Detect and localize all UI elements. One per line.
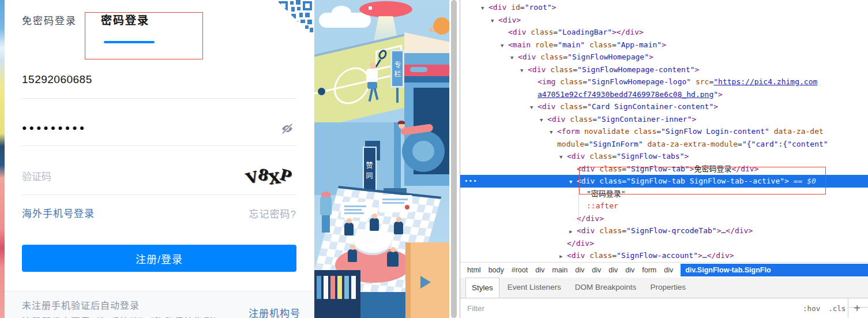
dom-tree-line[interactable]: ▶<div class="SignFlow-qrcodeTab">…</div> xyxy=(460,225,868,237)
expand-arrow-closed-icon[interactable]: ▶ xyxy=(559,250,567,262)
left-illustration-sliver xyxy=(0,0,5,318)
expand-arrow-open-icon[interactable]: ▼ xyxy=(550,126,557,139)
person xyxy=(370,218,379,231)
page-scrollbar[interactable] xyxy=(449,0,460,318)
dom-tree: ▼<div id="root">▼<div><div class="Loadin… xyxy=(460,0,868,262)
dom-tree-line[interactable]: </div> xyxy=(460,237,868,250)
flag-sign: 赞同 xyxy=(363,147,377,193)
styles-filter-row: Filter :hov .cls + xyxy=(460,298,868,318)
overseas-phone-login-link[interactable]: 海外手机号登录 xyxy=(22,205,95,220)
devtools-tab-event-listeners[interactable]: Event Listeners xyxy=(502,278,567,298)
dom-tree-line[interactable]: ▼<div class="SignFlowHomepage-content"> xyxy=(460,63,868,76)
person xyxy=(387,252,399,267)
captcha-image[interactable]: V8XP xyxy=(238,163,299,189)
breadcrumb-item[interactable]: html xyxy=(467,266,481,274)
toggle-classes-button[interactable]: .cls xyxy=(828,304,846,313)
dom-tree-line[interactable]: ▼<div id="root"> xyxy=(460,1,868,14)
dom-tree-line[interactable]: </div> xyxy=(460,212,868,225)
eye-off-icon xyxy=(280,122,294,136)
dom-tree-line[interactable]: ::after xyxy=(460,200,868,212)
breadcrumb-item[interactable]: body xyxy=(489,266,504,274)
footer-agreement: 注册即代表同意《知乎协议》《隐私保护指引》 xyxy=(22,314,223,318)
divider xyxy=(22,98,296,99)
breadcrumb-item-selected[interactable]: div.SignFlow-tab.SignFlo xyxy=(681,264,868,276)
dom-tree-line[interactable]: ▼<div class="Card SignContainer-content"… xyxy=(460,100,868,113)
ufo-icon xyxy=(359,1,412,17)
expand-arrow-open-icon[interactable]: ▼ xyxy=(530,102,538,114)
qr-login-corner[interactable] xyxy=(276,0,314,38)
toggle-hover-state-button[interactable]: :hov xyxy=(803,304,820,313)
divider xyxy=(848,298,848,318)
expand-arrow-open-icon[interactable]: ▼ xyxy=(501,40,508,53)
forgot-password-link[interactable]: 忘记密码? xyxy=(249,206,296,220)
breadcrumb-item[interactable]: div xyxy=(664,266,673,274)
dom-tree-line[interactable]: ▼<div class="SignContainer-inner"> xyxy=(460,113,868,126)
divider xyxy=(22,194,296,195)
dom-tree-line[interactable]: module="SignInForm" data-za-extra-module… xyxy=(460,138,868,151)
footer-note: 未注册手机验证后自动登录 xyxy=(22,298,140,312)
qr-code-icon xyxy=(276,0,314,38)
dom-tree-line[interactable]: ▶<div class="SignFlow-account">…</div> xyxy=(460,249,868,262)
expand-arrow-open-icon[interactable]: ▼ xyxy=(569,176,577,189)
styles-filter-input[interactable]: Filter xyxy=(467,304,803,313)
expand-arrow-open-icon[interactable]: ▼ xyxy=(540,114,547,127)
expand-arrow-open-icon[interactable]: ▼ xyxy=(491,15,498,28)
dom-tree-line[interactable]: "密码登录" xyxy=(460,188,868,200)
expand-arrow-open-icon[interactable]: ▼ xyxy=(481,2,489,15)
dom-tree-line[interactable]: ▼<form novalidate class="SignFlow Login-… xyxy=(460,125,868,138)
breadcrumb-item[interactable]: div xyxy=(608,266,618,274)
breadcrumb-item[interactable]: div xyxy=(575,266,584,274)
devtools-tab-styles[interactable]: Styles xyxy=(465,278,499,298)
register-login-button[interactable]: 注册/登录 xyxy=(22,245,296,272)
dom-tree-line[interactable]: a47051e92cf74930bedd7469978e6c08_hd.png"… xyxy=(460,88,868,101)
dom-tree-line[interactable]: <img class="SignFlowHomepage-logo" src="… xyxy=(460,76,868,88)
devtools-tab-properties[interactable]: Properties xyxy=(644,278,692,298)
active-tab-underline xyxy=(104,41,155,43)
scrollbar-thumb[interactable] xyxy=(451,0,457,318)
expand-arrow-open-icon[interactable]: ▼ xyxy=(510,52,518,65)
expand-arrow-open-icon[interactable]: ▼ xyxy=(520,65,528,77)
selected-line-gutter-dots: ••• xyxy=(464,175,478,188)
breadcrumb-item[interactable]: main xyxy=(552,266,568,274)
breadcrumb-item[interactable]: form xyxy=(642,266,656,274)
divider xyxy=(22,145,296,146)
screen: 免密码登录 密码登录 15292060685 ●●●●●●●●● 验证码 V8X… xyxy=(0,0,868,318)
breadcrumb-item[interactable]: #root xyxy=(512,266,528,274)
dom-tree-line[interactable]: ▼<main role="main" class="App-main"> xyxy=(460,39,868,51)
speech-bubble xyxy=(341,202,371,218)
person xyxy=(344,223,354,235)
expand-arrow-open-icon[interactable]: ▼ xyxy=(559,151,567,164)
breadcrumb-item[interactable]: div xyxy=(592,266,601,274)
register-org-link[interactable]: 注册机构号 xyxy=(249,305,300,318)
devtools-tab-dom-breakpoints[interactable]: DOM Breakpoints xyxy=(569,278,642,298)
new-style-rule-button[interactable]: + xyxy=(854,302,861,315)
breadcrumb: htmlbody#rootdivmaindivdivdivdivformdivd… xyxy=(460,262,868,278)
column-sign: 专栏 xyxy=(390,50,404,88)
dom-tree-line[interactable]: <div class="SignFlow-tab">免密码登录</div> xyxy=(460,163,868,175)
login-tabs: 免密码登录 密码登录 xyxy=(22,12,149,27)
illustration: 专栏 赞同 xyxy=(314,0,449,318)
dotted-edge xyxy=(850,307,868,308)
dom-tree-line[interactable]: ▼<div> xyxy=(460,14,868,27)
expand-arrow-closed-icon[interactable]: ▶ xyxy=(569,226,577,238)
tennis-player xyxy=(370,62,376,69)
dom-tree-line[interactable]: ▼<div class="SignFlow-tabs"> xyxy=(460,150,868,163)
breadcrumb-item[interactable]: div xyxy=(625,266,634,274)
tab-passwordless-login[interactable]: 免密码登录 xyxy=(22,13,77,27)
dom-tree-line[interactable]: ▼<div class="SignFlowHomepage"> xyxy=(460,51,868,63)
building-left xyxy=(314,122,401,195)
breadcrumb-item[interactable]: div xyxy=(535,266,544,274)
play-triangle xyxy=(420,276,431,289)
captcha-input[interactable]: 验证码 xyxy=(22,169,51,183)
password-input[interactable]: ●●●●●●●●● xyxy=(22,123,87,132)
dom-tree-line[interactable]: <div class="LoadingBar"></div> xyxy=(460,26,868,39)
phone-input[interactable]: 15292060685 xyxy=(22,73,92,86)
dom-tree-line-selected[interactable]: •••▼<div class="SignFlow-tab SignFlow-ta… xyxy=(460,175,868,188)
toggle-password-visibility-icon[interactable] xyxy=(280,122,294,136)
devtools-panel: ▼<div id="root">▼<div><div class="Loadin… xyxy=(460,0,868,318)
speech-bubble xyxy=(379,195,412,212)
devtools-sidebar-tabs: StylesEvent ListenersDOM BreakpointsProp… xyxy=(460,278,868,298)
person xyxy=(394,222,403,234)
login-footer: 未注册手机验证后自动登录 注册即代表同意《知乎协议》《隐私保护指引》 注册机构号 xyxy=(5,291,314,318)
tab-password-login[interactable]: 密码登录 xyxy=(101,12,149,27)
